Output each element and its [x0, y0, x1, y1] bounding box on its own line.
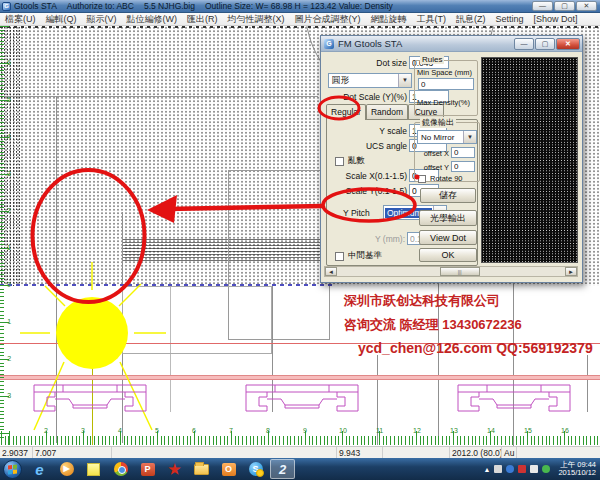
- dialog-minimize-button[interactable]: —: [514, 38, 534, 50]
- left-ruler-label: 1: [7, 244, 11, 251]
- dot-shape-dropdown[interactable]: 圓形 ▼: [328, 73, 412, 88]
- authorize-text: Authorize to: ABC: [67, 1, 134, 11]
- gtools-icon: 2: [279, 462, 286, 477]
- checkbox-icon[interactable]: [418, 175, 426, 183]
- optical-output-button[interactable]: 光學輸出: [419, 210, 477, 226]
- left-ruler-label: 6: [7, 59, 11, 66]
- middle-base-checkbox[interactable]: 中間基準: [335, 250, 382, 262]
- view-dot-button[interactable]: View Dot: [419, 230, 477, 245]
- taskbar-redapp-icon[interactable]: ★: [162, 459, 187, 479]
- random-checkbox[interactable]: 亂數: [335, 155, 365, 167]
- menu-dot-rotate[interactable]: 網點旋轉: [366, 13, 412, 26]
- bottom-ruler-label: 2: [44, 427, 48, 434]
- company-contact: 咨询交流 陈经理 13430672236: [344, 316, 594, 334]
- scroll-left-icon[interactable]: ◄: [325, 267, 337, 276]
- menu-tools[interactable]: 工具(T): [412, 13, 452, 26]
- taskbar-outlook-icon[interactable]: O: [216, 459, 241, 479]
- tray-alert-icon[interactable]: [518, 465, 526, 473]
- fm-gtools-dialog: G FM Gtools STA — ▢ ✕ Dot size 圓形 ▼ Dot …: [320, 35, 583, 283]
- app-title: Gtools STA: [14, 1, 57, 11]
- guide-vline-olive: [92, 302, 93, 445]
- start-button[interactable]: [3, 460, 22, 479]
- scrollbar-track[interactable]: |||: [337, 267, 565, 276]
- dialog-maximize-button[interactable]: ▢: [535, 38, 555, 50]
- left-ruler-label: 4: [7, 133, 11, 140]
- taskbar-mediaplayer-icon[interactable]: ▶: [54, 459, 79, 479]
- taskbar-clock[interactable]: 上午 09:44 2015/10/12: [554, 461, 596, 477]
- menu-uniformity[interactable]: 均勻性調整(X): [223, 13, 290, 26]
- menu-setting[interactable]: Setting: [491, 14, 529, 24]
- windows-logo-icon: [8, 464, 17, 474]
- left-ruler-label: 3: [7, 170, 11, 177]
- left-ruler-label: -3: [5, 392, 11, 399]
- bottom-ruler-label: 3: [81, 427, 85, 434]
- y-scale-label: Y scale: [361, 126, 407, 136]
- dot-scale-label: Dot Scale (Y)(%): [331, 92, 407, 102]
- chevron-down-icon[interactable]: ▼: [463, 131, 476, 143]
- save-button[interactable]: 儲存: [420, 188, 476, 203]
- menu-show-dot[interactable]: [Show Dot]: [529, 14, 583, 24]
- menu-export[interactable]: 匯出(R): [182, 13, 223, 26]
- company-watermark: 深圳市跃创达科技有限公司 咨询交流 陈经理 13430672236 ycd_ch…: [344, 292, 594, 356]
- bottom-ruler-label: 9: [303, 427, 307, 434]
- tray-network-icon[interactable]: [530, 465, 538, 473]
- tray-update-icon[interactable]: [506, 465, 514, 473]
- status-cell-size: 2012.0 (80.0): [450, 447, 502, 458]
- scale-y-label: Scale Y(0.1-1.5): [335, 186, 407, 196]
- mirror-value: No Mirror: [418, 133, 463, 142]
- scrollbar-thumb[interactable]: |||: [440, 267, 480, 276]
- maximize-button[interactable]: ▢: [554, 1, 575, 11]
- menu-edit[interactable]: 編輯(Q): [41, 13, 82, 26]
- rotate-90-checkbox[interactable]: Rotate 90: [418, 174, 463, 183]
- menu-file[interactable]: 檔案(U): [0, 13, 41, 26]
- offset-y-input[interactable]: [451, 161, 475, 172]
- taskbar-chrome-icon[interactable]: [108, 459, 133, 479]
- dot-preview-panel: [481, 57, 578, 263]
- checkbox-icon[interactable]: [335, 157, 344, 166]
- skype-icon: S: [249, 462, 263, 476]
- min-space-input[interactable]: [418, 78, 474, 90]
- min-space-label: Min Space (mm): [417, 68, 472, 77]
- offset-y-label: offset Y: [417, 163, 449, 172]
- taskbar-skype-icon[interactable]: S: [243, 459, 268, 479]
- dialog-titlebar[interactable]: G FM Gtools STA — ▢ ✕: [321, 36, 582, 52]
- menu-view[interactable]: 顯示(V): [82, 13, 122, 26]
- tray-expand-icon[interactable]: ▲: [484, 466, 491, 473]
- taskbar-powerpoint-icon[interactable]: P: [135, 459, 160, 479]
- minimize-button[interactable]: —: [532, 1, 553, 11]
- offset-x-label: offset X: [417, 149, 449, 158]
- menu-image-adjust[interactable]: 圖片合成調整(Y): [290, 13, 366, 26]
- tray-battery-icon[interactable]: [494, 465, 502, 473]
- bottom-ruler-label: 8: [266, 427, 270, 434]
- taskbar-gtools-active-icon[interactable]: 2: [270, 459, 295, 479]
- tab-random[interactable]: Random: [366, 104, 408, 119]
- menu-dot-edit[interactable]: 點位編修(W): [122, 13, 183, 26]
- taskbar-explorer-icon[interactable]: [189, 459, 214, 479]
- mirror-dropdown[interactable]: No Mirror ▼: [417, 130, 477, 144]
- ok-button[interactable]: OK: [419, 248, 477, 262]
- left-ruler-major-ticks: [0, 26, 9, 440]
- file-name: 5.5 NJHG.big: [144, 1, 195, 11]
- menu-message[interactable]: 訊息(Z): [451, 13, 491, 26]
- clock-date: 2015/10/12: [558, 469, 596, 477]
- system-tray: ▲ 上午 09:44 2015/10/12: [484, 461, 600, 477]
- chevron-down-icon[interactable]: ▼: [398, 74, 411, 87]
- tray-safety-icon[interactable]: [542, 465, 550, 473]
- guide-vline: [587, 355, 588, 412]
- taskbar-ie-icon[interactable]: e: [27, 459, 52, 479]
- tab-regular[interactable]: Regular: [326, 104, 366, 120]
- random-checkbox-label: 亂數: [348, 155, 365, 167]
- taskbar: e ▶ P ★ O S 2 ▲ 上午 09:44 2015/10/12: [0, 458, 600, 480]
- close-button[interactable]: ✕: [576, 1, 597, 11]
- bottom-ruler-label: 11: [376, 427, 383, 434]
- taskbar-stickynotes-icon[interactable]: [81, 459, 106, 479]
- company-email-qq: ycd_chen@126.com QQ:569192379: [358, 340, 594, 356]
- checkbox-icon[interactable]: [335, 252, 344, 261]
- dialog-horizontal-scrollbar[interactable]: ◄ ||| ►: [324, 266, 578, 277]
- scroll-right-icon[interactable]: ►: [565, 267, 577, 276]
- offset-x-input[interactable]: [451, 147, 475, 158]
- powerpoint-icon: P: [141, 463, 155, 476]
- dialog-close-button[interactable]: ✕: [556, 38, 580, 50]
- bottom-ruler-major-ticks: [0, 431, 600, 445]
- ie-icon: e: [35, 461, 43, 478]
